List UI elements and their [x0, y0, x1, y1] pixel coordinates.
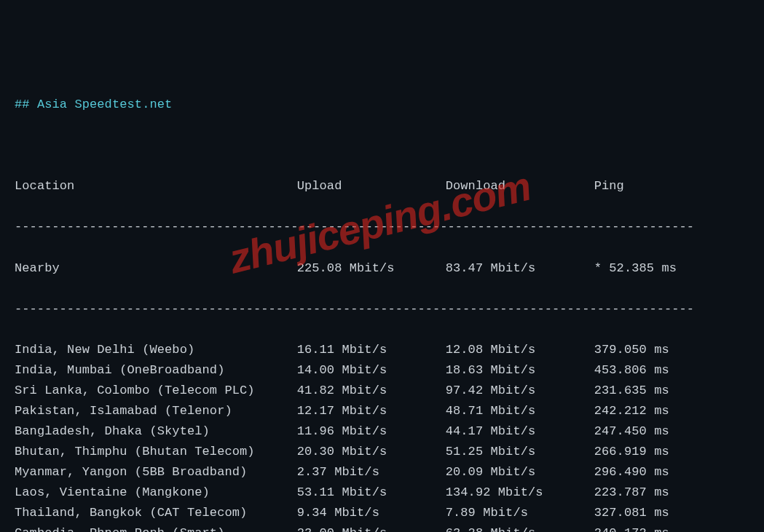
table-row: India, Mumbai (OneBroadband)14.00 Mbit/s… [15, 360, 749, 381]
cell-ping: 223.787 ms [594, 483, 698, 503]
cell-ping: 247.450 ms [594, 421, 698, 442]
cell-download: 7.89 Mbit/s [446, 503, 594, 523]
nearby-upload: 225.08 Mbit/s [297, 258, 446, 279]
nearby-ping: * 52.385 ms [594, 258, 698, 279]
table-row: Thailand, Bangkok (CAT Telecom)9.34 Mbit… [15, 503, 749, 523]
header-ping: Ping [594, 176, 698, 196]
table-row: Laos, Vientaine (Mangkone)53.11 Mbit/s13… [15, 483, 749, 503]
cell-upload: 12.17 Mbit/s [297, 401, 446, 421]
cell-location: Bhutan, Thimphu (Bhutan Telecom) [15, 442, 297, 462]
header-download: Download [446, 176, 594, 196]
divider: ----------------------------------------… [15, 299, 749, 319]
cell-download: 18.63 Mbit/s [446, 360, 594, 381]
cell-location: Bangladesh, Dhaka (Skytel) [15, 421, 297, 442]
header-location: Location [15, 176, 297, 196]
cell-upload: 23.00 Mbit/s [297, 523, 446, 532]
cell-ping: 242.212 ms [594, 401, 698, 421]
cell-ping: 296.490 ms [594, 462, 698, 483]
cell-ping: 327.081 ms [594, 503, 698, 523]
table-row: Bangladesh, Dhaka (Skytel)11.96 Mbit/s44… [15, 421, 749, 442]
table-row: Sri Lanka, Colombo (Telecom PLC)41.82 Mb… [15, 381, 749, 401]
nearby-row: Nearby225.08 Mbit/s83.47 Mbit/s* 52.385 … [15, 258, 749, 279]
header-upload: Upload [297, 176, 446, 196]
cell-download: 51.25 Mbit/s [446, 442, 594, 462]
table-row: Myanmar, Yangon (5BB Broadband)2.37 Mbit… [15, 462, 749, 483]
cell-upload: 41.82 Mbit/s [297, 381, 446, 401]
cell-download: 63.28 Mbit/s [446, 523, 594, 532]
cell-upload: 53.11 Mbit/s [297, 483, 446, 503]
cell-download: 48.71 Mbit/s [446, 401, 594, 421]
cell-download: 134.92 Mbit/s [446, 483, 594, 503]
cell-ping: 379.050 ms [594, 340, 698, 360]
cell-location: Thailand, Bangkok (CAT Telecom) [15, 503, 297, 523]
cell-upload: 9.34 Mbit/s [297, 503, 446, 523]
cell-upload: 11.96 Mbit/s [297, 421, 446, 442]
cell-ping: 266.919 ms [594, 442, 698, 462]
table-row: Bhutan, Thimphu (Bhutan Telecom)20.30 Mb… [15, 442, 749, 462]
table-row: Pakistan, Islamabad (Telenor)12.17 Mbit/… [15, 401, 749, 421]
cell-location: Pakistan, Islamabad (Telenor) [15, 401, 297, 421]
cell-location: Myanmar, Yangon (5BB Broadband) [15, 462, 297, 483]
results-list: India, New Delhi (Weebo)16.11 Mbit/s12.0… [15, 340, 749, 532]
table-row: India, New Delhi (Weebo)16.11 Mbit/s12.0… [15, 340, 749, 360]
cell-location: Cambodia, Phnom Penh (Smart) [15, 523, 297, 532]
divider: ----------------------------------------… [15, 217, 749, 237]
table-row: Cambodia, Phnom Penh (Smart)23.00 Mbit/s… [15, 523, 749, 532]
cell-download: 20.09 Mbit/s [446, 462, 594, 483]
cell-ping: 231.635 ms [594, 381, 698, 401]
header-row: LocationUploadDownloadPing [15, 176, 749, 196]
nearby-download: 83.47 Mbit/s [446, 258, 594, 279]
title: ## Asia Speedtest.net [15, 95, 749, 115]
cell-location: India, New Delhi (Weebo) [15, 340, 297, 360]
cell-upload: 16.11 Mbit/s [297, 340, 446, 360]
cell-upload: 20.30 Mbit/s [297, 442, 446, 462]
cell-location: India, Mumbai (OneBroadband) [15, 360, 297, 381]
cell-ping: 453.806 ms [594, 360, 698, 381]
cell-download: 44.17 Mbit/s [446, 421, 594, 442]
cell-location: Sri Lanka, Colombo (Telecom PLC) [15, 381, 297, 401]
cell-upload: 14.00 Mbit/s [297, 360, 446, 381]
cell-upload: 2.37 Mbit/s [297, 462, 446, 483]
nearby-location: Nearby [15, 258, 297, 279]
cell-location: Laos, Vientaine (Mangkone) [15, 483, 297, 503]
cell-download: 12.08 Mbit/s [446, 340, 594, 360]
spacer [15, 135, 749, 156]
cell-download: 97.42 Mbit/s [446, 381, 594, 401]
cell-ping: 240.172 ms [594, 523, 698, 532]
